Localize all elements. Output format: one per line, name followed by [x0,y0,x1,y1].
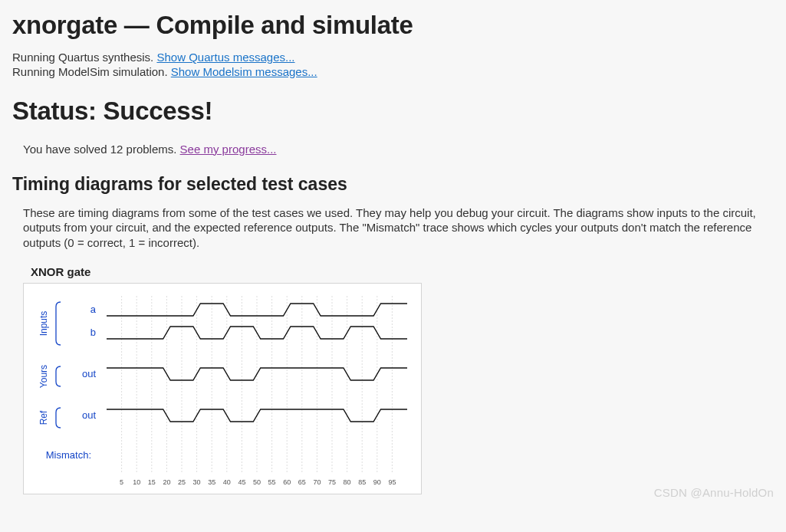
svg-text:out: out [82,409,96,421]
svg-text:40: 40 [223,478,231,486]
svg-text:out: out [82,368,96,379]
compile-status-block: Running Quartus synthesis. Show Quartus … [12,51,774,80]
svg-text:95: 95 [388,478,396,486]
timing-heading: Timing diagrams for selected test cases [12,174,774,195]
svg-text:35: 35 [208,478,215,486]
svg-text:50: 50 [253,478,261,486]
svg-text:b: b [90,327,96,338]
show-modelsim-messages-link[interactable]: Show Modelsim messages... [171,65,317,78]
svg-text:45: 45 [238,478,245,486]
svg-text:a: a [90,304,97,315]
svg-text:30: 30 [193,478,201,486]
svg-text:20: 20 [163,478,170,486]
svg-text:Ref: Ref [38,410,49,425]
svg-text:65: 65 [298,478,306,486]
svg-text:90: 90 [373,478,381,486]
timing-description: These are timing diagrams from some of t… [23,205,774,251]
quartus-run-text: Running Quartus synthesis. [12,51,156,64]
timing-diagram-svg: InputsabYoursoutRefoutMismatch:510152025… [30,293,413,492]
svg-text:Yours: Yours [38,365,49,388]
svg-text:10: 10 [133,478,140,486]
progress-text: You have solved 12 problems. [23,143,180,156]
diagram-title: XNOR gate [31,265,774,278]
svg-text:85: 85 [358,478,366,486]
svg-text:25: 25 [178,478,186,486]
page-title: xnorgate — Compile and simulate [12,11,774,40]
modelsim-run-text: Running ModelSim simulation. [12,65,171,78]
svg-text:15: 15 [148,478,156,486]
timing-diagram: InputsabYoursoutRefoutMismatch:510152025… [23,283,422,494]
svg-text:Mismatch:: Mismatch: [46,449,91,461]
svg-text:75: 75 [328,478,336,486]
status-heading: Status: Success! [12,97,212,126]
svg-text:5: 5 [120,478,123,486]
watermark: CSDN @Annu-HoldOn [654,486,774,499]
svg-text:60: 60 [283,478,291,486]
svg-text:70: 70 [313,478,321,486]
svg-text:80: 80 [344,478,351,486]
show-quartus-messages-link[interactable]: Show Quartus messages... [156,51,294,64]
svg-text:Inputs: Inputs [38,311,49,337]
svg-text:55: 55 [268,478,276,486]
see-progress-link[interactable]: See my progress... [180,143,277,156]
